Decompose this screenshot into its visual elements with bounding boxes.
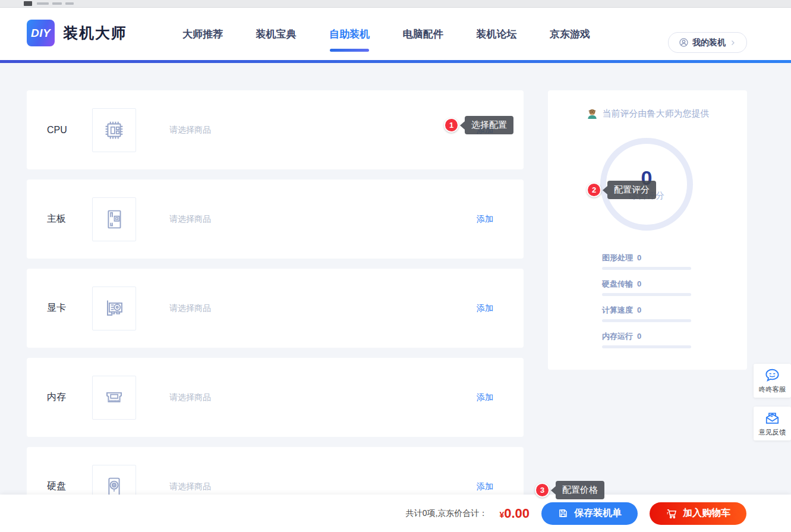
nav-item-parts[interactable]: 电脑配件	[403, 24, 443, 45]
tooltip-arrow	[603, 186, 607, 194]
tour-step-3-badge: 3	[535, 483, 550, 498]
header: DIY 装机大师 大师推荐 装机宝典 自助装机 电脑配件 装机论坛 京东游戏 我…	[0, 8, 791, 60]
feedback-label: 意见反馈	[759, 428, 786, 437]
strip-dash	[65, 2, 74, 5]
component-placeholder: 请选择商品	[169, 392, 211, 403]
metric-progressbar	[602, 319, 691, 322]
nav-item-recommend[interactable]: 大师推荐	[182, 24, 223, 45]
component-placeholder: 请选择商品	[169, 481, 211, 492]
ludashi-mascot-icon	[586, 108, 598, 120]
tour-step-3: 3 配置价格	[535, 481, 604, 499]
floppy-save-icon	[557, 508, 569, 519]
metric-value: 0	[637, 332, 641, 341]
component-row-gpu: 显卡 请选择商品 添加	[27, 269, 524, 348]
nav-item-forum[interactable]: 装机论坛	[476, 24, 516, 45]
metric-value: 0	[637, 279, 641, 288]
customer-service-label: 咚咚客服	[759, 385, 786, 394]
strip-dash	[52, 2, 62, 5]
component-label: 内存	[47, 391, 92, 404]
score-provider-row: 当前评分由鲁大师为您提供	[548, 108, 747, 120]
tour-step-1-tooltip: 选择配置	[465, 116, 513, 134]
metric-progressbar	[602, 345, 691, 348]
tour-step-2-tooltip: 配置评分	[607, 181, 656, 199]
add-hdd-link[interactable]: 添加	[477, 481, 493, 492]
score-metrics: 图形处理 0 硬盘传输 0 计算速度 0	[602, 253, 692, 357]
metric-value: 0	[637, 253, 641, 262]
favicon-remnant	[24, 1, 32, 6]
cart-icon	[666, 508, 677, 520]
score-panel: 当前评分由鲁大师为您提供 0 综合评分 图形处理 0 硬盘传输 0	[548, 90, 747, 370]
add-motherboard-link[interactable]: 添加	[477, 214, 493, 225]
logo-text: DIY	[31, 27, 51, 40]
metric-label: 硬盘传输	[602, 279, 633, 289]
metric-memory: 内存运行 0	[602, 331, 692, 348]
component-label: 显卡	[47, 302, 92, 314]
total-amount: 0.00	[504, 506, 530, 521]
my-build-label: 我的装机	[692, 37, 726, 48]
feedback-widget[interactable]: 意见反馈	[754, 407, 791, 440]
nav-item-self-build[interactable]: 自助装机	[329, 24, 370, 45]
chat-smiley-icon	[764, 367, 780, 383]
metric-graphics: 图形处理 0	[602, 253, 692, 270]
metric-value: 0	[637, 306, 641, 314]
component-placeholder: 请选择商品	[169, 214, 211, 225]
add-to-cart-label: 加入购物车	[683, 507, 730, 520]
customer-service-widget[interactable]: 咚咚客服	[754, 364, 791, 398]
gpu-icon	[92, 287, 136, 330]
tour-step-2-badge: 2	[587, 182, 601, 197]
save-build-button[interactable]: 保存装机单	[541, 502, 638, 525]
component-row-ram: 内存 请选择商品 添加	[27, 358, 524, 437]
tour-step-2: 2 配置评分	[587, 181, 656, 199]
score-provider-note: 当前评分由鲁大师为您提供	[603, 108, 710, 119]
add-gpu-link[interactable]: 添加	[477, 303, 493, 314]
metric-compute: 计算速度 0	[602, 305, 692, 322]
tooltip-arrow	[460, 121, 465, 130]
tour-step-1-badge: 1	[444, 118, 459, 133]
page-viewport: DIY 装机大师 大师推荐 装机宝典 自助装机 电脑配件 装机论坛 京东游戏 我…	[0, 0, 791, 532]
save-build-label: 保存装机单	[574, 507, 622, 520]
nav-item-guide[interactable]: 装机宝典	[256, 24, 297, 45]
main-nav: 大师推荐 装机宝典 自助装机 电脑配件 装机论坛 京东游戏	[182, 8, 590, 60]
metric-label: 图形处理	[602, 253, 633, 263]
nav-item-jd-games[interactable]: 京东游戏	[550, 24, 590, 45]
header-accent-line	[0, 60, 791, 63]
envelope-icon	[764, 410, 780, 426]
cart-summary-text: 共计0项,京东价合计：	[406, 508, 488, 519]
brand-name: 装机大师	[63, 23, 127, 43]
diy-logo-icon: DIY	[27, 20, 55, 46]
add-to-cart-button[interactable]: 加入购物车	[650, 502, 746, 525]
total-price: ¥ 0.00	[499, 506, 530, 521]
tour-step-3-tooltip: 配置价格	[556, 481, 604, 499]
component-label: 主板	[47, 213, 92, 225]
metric-label: 内存运行	[602, 331, 633, 342]
component-placeholder: 请选择商品	[169, 125, 211, 136]
add-ram-link[interactable]: 添加	[477, 392, 493, 403]
browser-strip-remnant	[0, 0, 791, 8]
metric-label: 计算速度	[602, 305, 633, 316]
chevron-right-icon	[729, 39, 736, 46]
metric-progressbar	[602, 267, 691, 270]
currency-symbol: ¥	[499, 510, 504, 520]
component-row-motherboard: 主板 请选择商品 添加	[27, 180, 524, 259]
metric-progressbar	[602, 293, 691, 296]
brand-logo[interactable]: DIY 装机大师	[27, 20, 127, 46]
tooltip-arrow	[551, 486, 556, 495]
metric-disk: 硬盘传输 0	[602, 279, 692, 296]
strip-dash	[37, 2, 49, 5]
user-icon	[679, 37, 689, 48]
component-placeholder: 请选择商品	[169, 303, 211, 314]
component-label: 硬盘	[47, 480, 92, 493]
motherboard-icon	[92, 197, 136, 241]
cpu-icon	[92, 108, 136, 152]
tour-step-1: 1 选择配置	[444, 116, 513, 134]
component-label: CPU	[47, 125, 92, 136]
bottom-checkout-bar: 共计0项,京东价合计： ¥ 0.00 保存装机单	[0, 495, 791, 532]
my-build-button[interactable]: 我的装机	[668, 32, 747, 53]
ram-icon	[92, 376, 136, 420]
